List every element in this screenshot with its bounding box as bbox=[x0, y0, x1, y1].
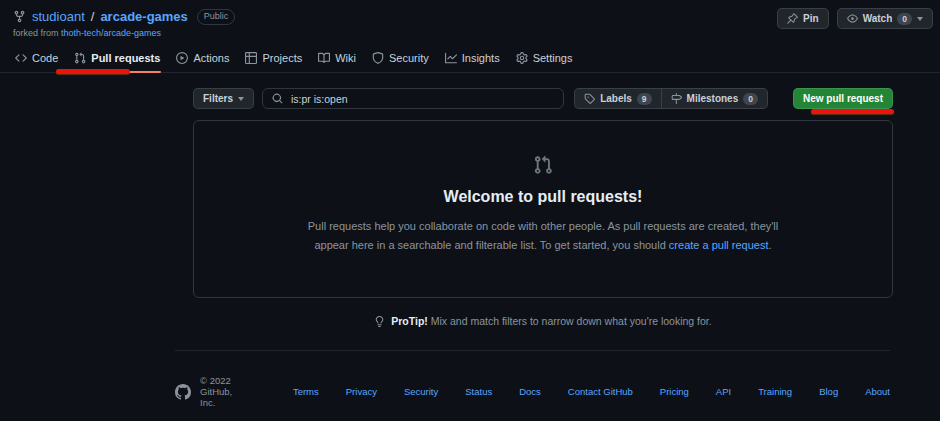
github-mark-icon[interactable] bbox=[175, 384, 191, 400]
tab-actions[interactable]: Actions bbox=[168, 44, 237, 72]
filters-dropdown-button[interactable]: Filters bbox=[193, 88, 254, 109]
tab-settings[interactable]: Settings bbox=[508, 44, 581, 72]
tab-code[interactable]: Code bbox=[7, 44, 66, 72]
watch-label: Watch bbox=[863, 13, 893, 24]
footer-link-privacy[interactable]: Privacy bbox=[346, 386, 377, 397]
new-pull-request-button[interactable]: New pull request bbox=[793, 88, 893, 109]
annotation-underline-new-pull-request bbox=[811, 109, 894, 114]
footer-link-status[interactable]: Status bbox=[465, 386, 492, 397]
pin-label: Pin bbox=[803, 13, 819, 24]
empty-state-title: Welcome to pull requests! bbox=[194, 188, 892, 206]
light-bulb-icon bbox=[374, 316, 385, 327]
visibility-badge: Public bbox=[197, 9, 236, 25]
tab-label: Projects bbox=[262, 52, 302, 64]
search-icon bbox=[272, 93, 283, 104]
footer-link-about[interactable]: About bbox=[865, 386, 890, 397]
gear-icon bbox=[516, 52, 528, 64]
chevron-down-icon bbox=[917, 17, 923, 21]
footer-link-pricing[interactable]: Pricing bbox=[660, 386, 689, 397]
tab-security[interactable]: Security bbox=[364, 44, 437, 72]
labels-label: Labels bbox=[600, 93, 632, 104]
footer-row: © 2022 GitHub, Inc. Terms Privacy Securi… bbox=[175, 351, 890, 408]
git-pull-request-icon bbox=[74, 52, 86, 64]
tab-label: Wiki bbox=[335, 52, 356, 64]
milestones-label: Milestones bbox=[687, 93, 739, 104]
create-pull-request-link[interactable]: create a pull request bbox=[669, 239, 769, 251]
play-icon bbox=[176, 52, 188, 64]
footer-link-security[interactable]: Security bbox=[404, 386, 438, 397]
milestones-button[interactable]: Milestones 0 bbox=[662, 88, 768, 109]
tab-label: Code bbox=[32, 52, 58, 64]
tab-label: Actions bbox=[193, 52, 229, 64]
labels-count: 9 bbox=[637, 93, 652, 105]
search-input[interactable] bbox=[289, 92, 554, 106]
description-line2: appear here in a searchable and filterab… bbox=[314, 239, 668, 251]
table-icon bbox=[245, 52, 257, 64]
watch-count: 0 bbox=[897, 13, 912, 25]
watch-button[interactable]: Watch 0 bbox=[837, 8, 933, 29]
repo-separator: / bbox=[91, 9, 95, 24]
protip: ProTip! Mix and match filters to narrow … bbox=[193, 315, 893, 327]
graph-icon bbox=[445, 52, 457, 64]
tab-insights[interactable]: Insights bbox=[437, 44, 508, 72]
labels-milestones-group: Labels 9 Milestones 0 bbox=[574, 88, 768, 109]
labels-button[interactable]: Labels 9 bbox=[574, 88, 661, 109]
footer: © 2022 GitHub, Inc. Terms Privacy Securi… bbox=[175, 350, 890, 408]
repo-nav: Code Pull requests Actions Projects Wiki… bbox=[0, 44, 940, 73]
footer-link-terms[interactable]: Terms bbox=[293, 386, 319, 397]
milestone-icon bbox=[671, 93, 682, 104]
protip-bold: ProTip! bbox=[391, 315, 428, 327]
footer-link-docs[interactable]: Docs bbox=[519, 386, 541, 397]
tab-pull-requests[interactable]: Pull requests bbox=[66, 44, 168, 72]
repo-owner-link[interactable]: studioant bbox=[32, 9, 85, 24]
tab-projects[interactable]: Projects bbox=[237, 44, 310, 72]
book-icon bbox=[318, 52, 330, 64]
chevron-down-icon bbox=[238, 97, 244, 101]
eye-icon bbox=[847, 13, 858, 24]
repo-name-link[interactable]: arcade-games bbox=[100, 9, 187, 24]
milestones-count: 0 bbox=[743, 93, 758, 105]
annotation-underline-pull-requests bbox=[56, 69, 130, 74]
tab-label: Security bbox=[389, 52, 429, 64]
pin-button[interactable]: Pin bbox=[777, 8, 829, 29]
code-icon bbox=[15, 52, 27, 64]
tab-wiki[interactable]: Wiki bbox=[310, 44, 364, 72]
footer-link-api[interactable]: API bbox=[716, 386, 731, 397]
description-suffix: . bbox=[769, 239, 772, 251]
repo-forked-icon bbox=[13, 10, 26, 23]
filter-bar: Filters Labels 9 Milestones 0 New pull r… bbox=[193, 88, 893, 109]
git-pull-request-icon bbox=[533, 155, 553, 175]
github-pull-requests-page: studioant / arcade-games Public forked f… bbox=[0, 0, 940, 421]
empty-state-panel: Welcome to pull requests! Pull requests … bbox=[193, 120, 893, 298]
footer-link-training[interactable]: Training bbox=[758, 386, 792, 397]
footer-link-contact[interactable]: Contact GitHub bbox=[568, 386, 633, 397]
footer-links: Terms Privacy Security Status Docs Conta… bbox=[293, 386, 890, 397]
repo-title-row: studioant / arcade-games Public bbox=[13, 9, 235, 25]
tab-label: Pull requests bbox=[91, 52, 160, 64]
tab-label: Insights bbox=[462, 52, 500, 64]
pin-icon bbox=[787, 13, 798, 24]
tab-label: Settings bbox=[533, 52, 573, 64]
forked-from-label: forked from bbox=[13, 28, 59, 38]
forked-from-link[interactable]: thoth-tech/arcade-games bbox=[61, 28, 161, 38]
empty-state-description: Pull requests help you collaborate on co… bbox=[253, 217, 833, 254]
copyright: © 2022 GitHub, Inc. bbox=[200, 375, 240, 408]
new-pull-request-label: New pull request bbox=[803, 93, 883, 104]
footer-link-blog[interactable]: Blog bbox=[819, 386, 838, 397]
protip-text: Mix and match filters to narrow down wha… bbox=[428, 315, 712, 327]
search-box bbox=[262, 88, 564, 109]
tag-icon bbox=[584, 93, 595, 104]
description-line1: Pull requests help you collaborate on co… bbox=[308, 220, 779, 232]
shield-icon bbox=[372, 52, 384, 64]
filters-label: Filters bbox=[203, 93, 233, 104]
header-actions: Pin Watch 0 bbox=[777, 8, 933, 29]
forked-from: forked from thoth-tech/arcade-games bbox=[13, 28, 161, 38]
